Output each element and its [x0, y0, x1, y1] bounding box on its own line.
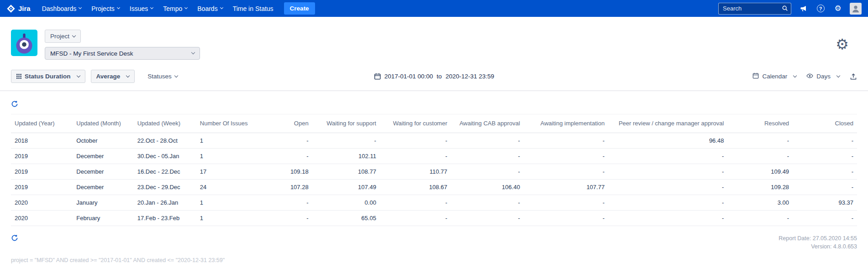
table-cell: 2019: [11, 180, 73, 195]
search-input[interactable]: [718, 3, 791, 15]
table-cell: -: [608, 149, 727, 164]
table-row: 2018October22.Oct - 28.Oct1-----96.48--: [11, 133, 857, 149]
table-cell: -: [524, 195, 608, 211]
table-cell: -: [451, 164, 524, 180]
nav-item-label: Issues: [130, 5, 148, 12]
report-toolbar: Status Duration Average Statuses 2017-01…: [0, 60, 868, 91]
unit-label: Days: [816, 73, 831, 80]
table-body: 2018October22.Oct - 28.Oct1-----96.48--2…: [11, 133, 857, 226]
top-navbar: Jira DashboardsProjectsIssuesTempoBoards…: [0, 0, 868, 17]
nav-item-label: Projects: [91, 5, 115, 12]
chevron-down-icon: [117, 6, 120, 9]
table-cell: -: [451, 211, 524, 226]
chevron-down-icon: [126, 73, 130, 77]
nav-item-boards[interactable]: Boards: [192, 0, 227, 17]
table-cell: -: [451, 195, 524, 211]
chevron-down-icon: [76, 73, 80, 77]
nav-item-label: Boards: [197, 5, 217, 12]
help-question-glyph: ?: [817, 5, 825, 12]
table-cell: -: [524, 164, 608, 180]
report-type-button[interactable]: Status Duration: [11, 70, 85, 83]
create-button[interactable]: Create: [284, 2, 315, 15]
date-range[interactable]: 2017-01-01 00:00 to 2020-12-31 23:59: [374, 73, 494, 80]
table-cell: 22.Oct - 28.Oct: [134, 133, 196, 149]
bottom-bar: Report Date: 27.05.2020 14:55 Version: 4…: [11, 234, 857, 251]
table-cell: 102.11: [312, 149, 380, 164]
table-cell: 108.77: [312, 164, 380, 180]
chevron-down-icon: [836, 73, 840, 77]
column-header: Awaiting implementation: [524, 114, 608, 133]
column-header: Awaiting CAB approval: [451, 114, 524, 133]
table-cell: -: [727, 133, 793, 149]
calendar-type-dropdown[interactable]: Calendar: [752, 72, 796, 80]
nav-item-dashboards[interactable]: Dashboards: [37, 0, 87, 17]
table-cell: -: [727, 149, 793, 164]
table-cell: 2020: [11, 211, 73, 226]
table-cell: 17: [196, 164, 252, 180]
table-cell: 30.Dec - 05.Jan: [134, 149, 196, 164]
table-cell: 20.Jan - 26.Jan: [134, 195, 196, 211]
aggregation-label: Average: [96, 73, 121, 80]
project-select[interactable]: MFSD - My First Service Desk: [45, 47, 200, 60]
table-cell: -: [524, 211, 608, 226]
nav-item-label: Dashboards: [42, 5, 77, 12]
table-cell: 2019: [11, 164, 73, 180]
nav-item-projects[interactable]: Projects: [86, 0, 125, 17]
table-cell: -: [608, 195, 727, 211]
project-avatar: [11, 30, 37, 56]
table-cell: 2019: [11, 149, 73, 164]
chevron-down-icon: [150, 6, 153, 9]
unit-dropdown[interactable]: Days: [806, 72, 840, 81]
chevron-down-icon: [79, 6, 82, 9]
column-header: Number Of Issues: [196, 114, 252, 133]
statuses-dropdown[interactable]: Statuses: [147, 73, 178, 80]
aggregation-button[interactable]: Average: [91, 70, 135, 83]
refresh-icon[interactable]: [11, 100, 18, 108]
column-header: Updated (Year): [11, 114, 73, 133]
refresh-icon[interactable]: [11, 234, 18, 242]
chevron-down-icon: [174, 73, 178, 77]
toolbar-right: Calendar Days: [752, 72, 857, 81]
announcement-icon[interactable]: [798, 3, 809, 14]
table-cell: -: [312, 133, 380, 149]
gear-icon[interactable]: ⚙: [832, 3, 843, 14]
column-header: Waiting for customer: [380, 114, 451, 133]
table-cell: 93.37: [793, 195, 857, 211]
table-cell: 1: [196, 133, 252, 149]
scope-dropdown-button[interactable]: Project: [45, 30, 81, 43]
user-avatar[interactable]: [850, 3, 862, 15]
table-cell: 2018: [11, 133, 73, 149]
date-from: 2017-01-01 00:00: [384, 73, 433, 80]
nav-right: ? ⚙: [718, 3, 862, 15]
brand-label: Jira: [18, 5, 31, 12]
table-cell: -: [727, 211, 793, 226]
jira-logo[interactable]: Jira: [6, 4, 31, 13]
table-cell: -: [524, 133, 608, 149]
nav-item-time-in-status[interactable]: Time in Status: [228, 0, 279, 17]
table-cell: -: [793, 211, 857, 226]
table-cell: -: [380, 195, 451, 211]
table-cell: -: [252, 195, 312, 211]
table-row: 2019December30.Dec - 05.Jan1-102.11-----…: [11, 149, 857, 164]
settings-gear-icon[interactable]: ⚙: [836, 37, 849, 52]
calendar-type-label: Calendar: [762, 73, 787, 80]
nav-item-issues[interactable]: Issues: [125, 0, 158, 17]
report-main: Updated (Year) Updated (Month) Updated (…: [0, 100, 868, 263]
export-icon[interactable]: [850, 73, 857, 80]
table-cell: -: [252, 149, 312, 164]
table-row: 2019December23.Dec - 29.Dec24107.28107.4…: [11, 180, 857, 195]
help-icon[interactable]: ?: [815, 3, 826, 14]
table-cell: -: [380, 149, 451, 164]
table-cell: December: [73, 180, 133, 195]
chevron-down-icon: [72, 33, 76, 37]
jira-logo-icon: [6, 4, 16, 13]
nav-item-tempo[interactable]: Tempo: [158, 0, 192, 17]
table-cell: February: [73, 211, 133, 226]
table-cell: -: [524, 149, 608, 164]
table-cell: 0.00: [312, 195, 380, 211]
table-cell: -: [380, 211, 451, 226]
table-cell: -: [252, 211, 312, 226]
table-cell: 1: [196, 211, 252, 226]
search-icon[interactable]: [782, 5, 788, 13]
project-selectors: Project MFSD - My First Service Desk: [45, 30, 200, 60]
